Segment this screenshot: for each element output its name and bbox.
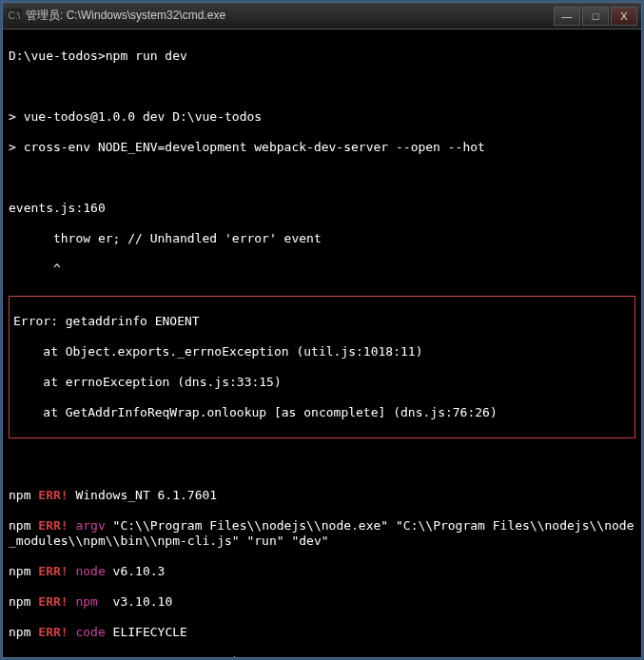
cmd-icon: C:\	[7, 9, 22, 24]
prompt-line: D:\vue-todos>npm run dev	[9, 49, 635, 64]
npm-err-line: npm ERR! npm v3.10.10	[9, 594, 635, 610]
window-title: 管理员: C:\Windows\system32\cmd.exe	[26, 8, 554, 24]
error-line: Error: getaddrinfo ENOENT	[13, 314, 631, 329]
output-line: throw er; // Unhandled 'error' event	[9, 231, 635, 246]
output-line: events.js:160	[9, 201, 635, 216]
close-button[interactable]: X	[611, 7, 637, 26]
error-line: at errnoException (dns.js:33:15)	[13, 375, 631, 390]
output-line: > vue-todos@1.0.0 dev D:\vue-todos	[9, 109, 635, 125]
npm-err-line: npm ERR! vue-todos@1.0.0 dev: `cross-env…	[9, 655, 635, 657]
minimize-button[interactable]: —	[554, 7, 580, 26]
titlebar[interactable]: C:\ 管理员: C:\Windows\system32\cmd.exe — □…	[3, 3, 641, 29]
blank-line	[9, 457, 635, 473]
npm-err-line: npm ERR! code ELIFECYCLE	[9, 625, 635, 640]
npm-err-line: npm ERR! Windows_NT 6.1.7601	[9, 488, 635, 503]
window-controls: — □ X	[554, 7, 637, 26]
output-line: ^	[9, 262, 635, 277]
blank-line	[9, 170, 635, 185]
cmd-window: C:\ 管理员: C:\Windows\system32\cmd.exe — □…	[2, 2, 642, 658]
npm-err-line: npm ERR! argv "C:\\Program Files\\nodejs…	[9, 518, 635, 549]
maximize-button[interactable]: □	[582, 7, 609, 26]
error-line: at GetAddrInfoReqWrap.onlookup [as oncom…	[13, 405, 631, 420]
terminal-output[interactable]: D:\vue-todos>npm run dev > vue-todos@1.0…	[3, 29, 641, 657]
blank-line	[9, 79, 635, 94]
error-line: at Object.exports._errnoException (util.…	[13, 344, 631, 359]
output-line: > cross-env NODE_ENV=development webpack…	[9, 140, 635, 155]
error-box: Error: getaddrinfo ENOENT at Object.expo…	[9, 296, 635, 438]
npm-err-line: npm ERR! node v6.10.3	[9, 564, 635, 579]
